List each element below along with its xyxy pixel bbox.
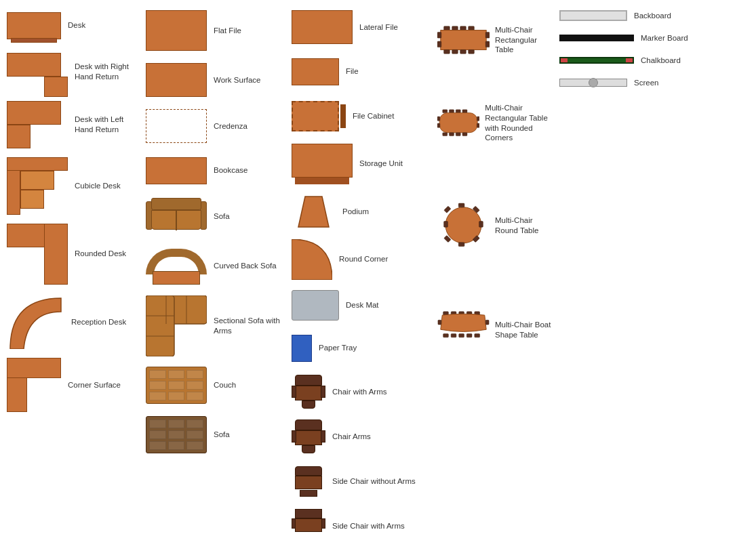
lateral-file-label: Lateral File — [359, 22, 427, 33]
corner-label: Corner Surface — [68, 380, 136, 390]
multi-rect-table-item: Multi-Chair Rectangular Table — [437, 10, 556, 70]
column-3-misc: Lateral File File File Cabinet — [292, 7, 434, 527]
svg-rect-47 — [443, 334, 449, 337]
svg-rect-49 — [459, 334, 464, 337]
side-chair-arms-icon — [292, 509, 325, 534]
svg-rect-1 — [146, 295, 174, 356]
round-corner-label: Round Corner — [339, 254, 407, 264]
svg-rect-52 — [438, 320, 441, 325]
column-4-tables-boards: Multi-Chair Rectangular Table — [437, 7, 634, 527]
svg-rect-14 — [460, 49, 466, 54]
file-icon — [292, 58, 339, 85]
desk-rhr-item: Desk with Right Hand Return — [7, 49, 142, 94]
svg-rect-30 — [437, 123, 440, 127]
file-item: File — [292, 53, 434, 90]
credenza-label: Credenza — [214, 121, 281, 131]
sectional-label: Sectional Sofa with Arms — [214, 316, 288, 336]
screen-icon — [559, 79, 627, 87]
sectional-icon — [146, 295, 207, 356]
multi-rect-rounded-item: Multi-Chair Rectangular Table with Round… — [437, 87, 556, 159]
cubicle-label: Cubicle Desk — [75, 181, 142, 191]
chalkboard-icon — [559, 57, 634, 64]
couch-label: Couch — [214, 380, 281, 390]
multi-boat-label: Multi-Chair Boat Shape Table — [495, 320, 556, 340]
multi-round-label: Multi-Chair Round Table — [495, 215, 556, 236]
bookcase-label: Bookcase — [214, 165, 281, 176]
paper-tray-icon — [292, 335, 312, 362]
curved-sofa-label: Curved Back Sofa — [214, 261, 281, 271]
backboard-item: Backboard — [559, 10, 702, 21]
desk-rhr-icon — [7, 53, 68, 90]
work-surface-item: Work Surface — [146, 60, 288, 100]
paper-tray-label: Paper Tray — [319, 343, 386, 353]
svg-rect-36 — [479, 221, 483, 227]
sofa2-icon — [146, 416, 207, 453]
boards-column: Backboard Marker Board Chalkboard — [559, 7, 702, 374]
side-chair-no-arms-item: Side Chair without Arms — [292, 461, 434, 501]
curved-sofa-item: Curved Back Sofa — [146, 244, 288, 288]
svg-rect-11 — [441, 30, 486, 50]
col4-split: Multi-Chair Rectangular Table — [437, 7, 634, 374]
reception-icon — [7, 295, 64, 349]
chair-arms-item2: Chair Arms — [292, 417, 434, 456]
main-layout: Desk Desk with Right Hand Return Desk wi… — [0, 0, 756, 534]
marker-board-label: Marker Board — [641, 33, 702, 43]
reception-item: Reception Desk — [7, 291, 142, 352]
storage-item: Storage Unit — [292, 142, 434, 186]
storage-label: Storage Unit — [359, 159, 427, 169]
chair-arms1-icon — [292, 375, 325, 409]
lateral-file-item: Lateral File — [292, 7, 434, 47]
svg-rect-9 — [460, 26, 466, 30]
svg-rect-18 — [485, 32, 490, 38]
side-chair-arms-item: Side Chair with Arms — [292, 506, 434, 534]
cubicle-item: Cubicle Desk — [7, 155, 142, 216]
svg-rect-8 — [452, 26, 458, 30]
svg-rect-17 — [437, 41, 441, 47]
round-corner-icon — [292, 239, 332, 280]
svg-rect-32 — [477, 123, 479, 127]
backboard-icon — [559, 10, 627, 21]
svg-rect-7 — [444, 26, 450, 30]
desk-mat-item: Desk Mat — [292, 287, 434, 324]
sofa-label: Sofa — [214, 211, 281, 222]
corner-item: Corner Surface — [7, 358, 142, 412]
multi-rect-rounded-label: Multi-Chair Rectangular Table with Round… — [485, 103, 556, 144]
svg-rect-50 — [466, 334, 472, 337]
desk-item: Desk — [7, 7, 142, 44]
marker-board-icon — [559, 35, 634, 41]
file-cabinet-icon — [292, 101, 346, 131]
reception-label: Reception Desk — [71, 317, 139, 327]
svg-rect-21 — [450, 110, 454, 113]
chair-arms2-label: Chair Arms — [332, 432, 400, 442]
svg-rect-28 — [462, 133, 467, 136]
podium-item: Podium — [292, 191, 434, 232]
svg-rect-31 — [477, 117, 479, 121]
corner-icon — [7, 358, 61, 412]
credenza-item: Credenza — [146, 106, 288, 146]
chair-arms2-icon — [292, 419, 325, 453]
chair-arms1-label: Chair with Arms — [332, 387, 400, 397]
svg-rect-23 — [462, 110, 467, 113]
desk-mat-icon — [292, 290, 339, 321]
work-surface-icon — [146, 63, 207, 97]
bookcase-icon — [146, 157, 207, 184]
chair-arms-item1: Chair with Arms — [292, 372, 434, 411]
svg-rect-15 — [469, 49, 475, 54]
multi-boat-item: Multi-Chair Boat Shape Table — [437, 291, 556, 369]
couch-icon — [146, 367, 207, 404]
flat-file-icon — [146, 10, 207, 51]
svg-rect-24 — [439, 113, 477, 133]
column-1-desks: Desk Desk with Right Hand Return Desk wi… — [7, 7, 142, 527]
side-chair-arms-label: Side Chair with Arms — [332, 521, 405, 531]
lateral-file-icon — [292, 10, 353, 44]
column-2-furniture: Flat File Work Surface Credenza Bookcase — [146, 7, 288, 527]
round-corner-item: Round Corner — [292, 237, 434, 281]
svg-rect-12 — [444, 49, 450, 54]
sofa-icon — [146, 198, 207, 235]
desk-icon — [7, 12, 61, 39]
svg-rect-41 — [444, 206, 451, 213]
paper-tray-item: Paper Tray — [292, 329, 434, 367]
multi-round-item: Multi-Chair Round Table — [437, 176, 556, 274]
bookcase-item: Bookcase — [146, 152, 288, 189]
svg-rect-26 — [450, 133, 454, 136]
